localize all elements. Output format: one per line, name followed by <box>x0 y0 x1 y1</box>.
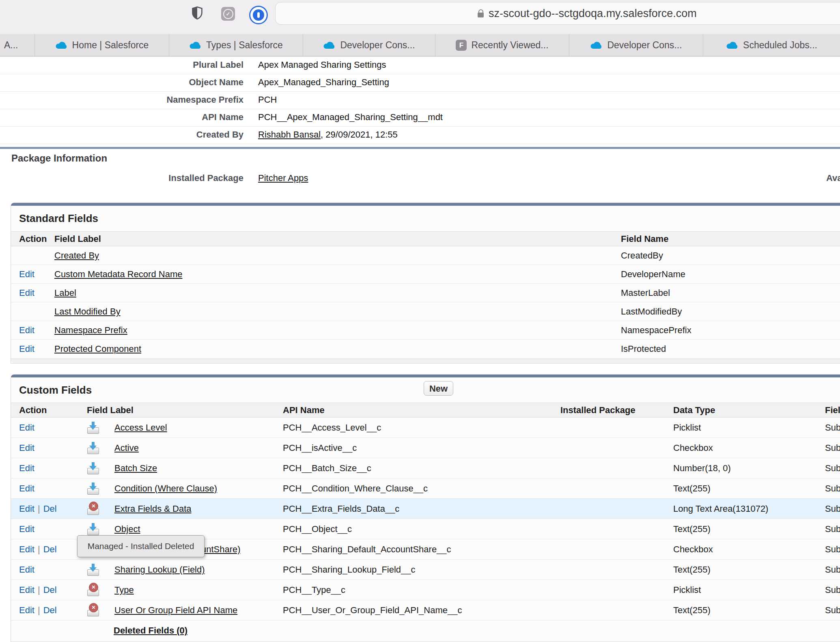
field-label-link[interactable]: Access Level <box>114 422 167 433</box>
edit-link[interactable]: Edit <box>19 483 34 493</box>
table-row: Edit Protected Component IsProtected <box>11 340 840 358</box>
field-label-cell: ✕Batch Size <box>81 458 279 478</box>
managed-installed-icon[interactable]: ✕ <box>87 564 100 576</box>
field-label-link[interactable]: Protected Component <box>54 344 141 354</box>
truncated-cell: Sub <box>821 418 840 438</box>
tab-label: A... <box>4 40 18 51</box>
address-bar[interactable]: sz-scout-gdo--sctgdoqa.my.salesforce.com <box>275 2 840 25</box>
api-name-cell: PCH__Object__c <box>279 519 555 539</box>
table-row: Edit Label MasterLabel <box>11 284 840 302</box>
browser-tab-home[interactable]: F Home | Salesforce <box>34 34 169 56</box>
data-type-cell: Long Text Area(131072) <box>668 499 821 519</box>
browser-tab-strip: A... F Home | Salesforce F Types | Sales… <box>0 34 840 56</box>
field-label-link[interactable]: Label <box>54 288 76 298</box>
table-row-user-or-group: Edit|Del ✕User Or Group Field API Name P… <box>11 600 840 620</box>
managed-installed-icon[interactable]: ✕ <box>87 483 100 495</box>
browser-tab-scheduled-jobs[interactable]: F Scheduled Jobs... <box>703 34 840 56</box>
edit-link[interactable]: Edit <box>19 269 34 279</box>
field-label-link[interactable]: Created By <box>54 250 99 261</box>
action-cell: Edit <box>11 438 81 458</box>
new-field-button[interactable]: New <box>424 381 453 396</box>
field-label-link[interactable]: Object <box>114 524 140 534</box>
field-label-link[interactable]: Sharing Lookup (Field) <box>114 564 205 575</box>
edit-link[interactable]: Edit <box>19 443 34 453</box>
managed-installed-icon[interactable]: ✕ <box>87 523 100 535</box>
detail-value: Rishabh Bansal, 29/09/2021, 12:55 <box>258 127 398 144</box>
managed-installed-icon[interactable]: ✕ <box>87 462 100 474</box>
del-link[interactable]: Del <box>43 585 57 595</box>
action-cell <box>11 246 50 265</box>
column-header-action: Action <box>11 403 81 418</box>
tab-label: Recently Viewed... <box>471 40 548 51</box>
data-type-cell: Picklist <box>668 418 821 438</box>
table-row-batch-size: Edit ✕Batch Size PCH__Batch_Size__c Numb… <box>11 458 840 478</box>
action-cell: Edit <box>11 340 50 358</box>
custom-fields-table: Action Field Label API Name Installed Pa… <box>11 403 840 641</box>
salesforce-cloud-icon <box>323 41 336 50</box>
action-cell: Edit <box>11 321 50 340</box>
browser-tab-recently-viewed[interactable]: F Recently Viewed... <box>435 34 569 56</box>
browser-tab-types[interactable]: F Types | Salesforce <box>169 34 303 56</box>
standard-fields-title: Standard Fields <box>11 206 840 225</box>
edit-link[interactable]: Edit <box>19 544 34 554</box>
edit-link[interactable]: Edit <box>19 585 34 595</box>
edit-link[interactable]: Edit <box>19 288 34 298</box>
deleted-fields-link[interactable]: Deleted Fields (0) <box>114 625 187 636</box>
installed-package-cell <box>555 600 668 620</box>
managed-installed-deleted-icon[interactable]: ✕ <box>87 604 100 616</box>
shield-icon[interactable] <box>192 6 203 19</box>
verified-badge-icon[interactable]: ✓ <box>221 7 235 21</box>
section-divider <box>0 147 840 149</box>
edit-link[interactable]: Edit <box>19 605 34 615</box>
managed-installed-deleted-icon[interactable]: ✕ <box>87 503 100 515</box>
field-label-cell: Label <box>50 284 616 302</box>
data-type-cell: Checkbox <box>668 438 821 458</box>
field-label-link[interactable]: Custom Metadata Record Name <box>54 269 182 279</box>
edit-link[interactable]: Edit <box>19 325 34 335</box>
edit-link[interactable]: Edit <box>19 504 34 514</box>
del-link[interactable]: Del <box>43 605 57 615</box>
field-name-cell: CreatedBy <box>616 246 840 265</box>
edit-link[interactable]: Edit <box>19 463 34 473</box>
action-separator: | <box>38 504 40 514</box>
data-type-cell: Text(255) <box>668 478 821 499</box>
package-information-title: Package Information <box>11 153 107 164</box>
browser-tab-partial[interactable]: A... <box>0 34 34 56</box>
field-label-link[interactable]: User Or Group Field API Name <box>114 605 237 616</box>
edit-link[interactable]: Edit <box>19 524 34 534</box>
icon-tooltip: Managed - Installed Deleted <box>77 535 205 557</box>
api-name-cell: PCH__Access_Level__c <box>279 418 555 438</box>
browser-tab-developer-console-1[interactable]: F Developer Cons... <box>303 34 435 56</box>
managed-installed-deleted-icon[interactable]: ✕ <box>87 584 100 596</box>
truncated-cell: Sub <box>821 580 840 600</box>
field-label-link[interactable]: Namespace Prefix <box>54 325 127 335</box>
action-separator: | <box>38 605 40 615</box>
onepassword-icon[interactable] <box>249 6 268 24</box>
field-label-link[interactable]: Active <box>114 443 139 453</box>
del-link[interactable]: Del <box>43 504 57 514</box>
field-label-link[interactable]: Condition (Where Clause) <box>114 483 217 494</box>
data-type-cell: Checkbox <box>668 539 821 560</box>
edit-link[interactable]: Edit <box>19 564 34 575</box>
api-name-cell: PCH__Extra_Fields_Data__c <box>279 499 555 519</box>
del-link[interactable]: Del <box>43 544 57 554</box>
detail-label: Created By <box>0 127 243 144</box>
edit-link[interactable]: Edit <box>19 422 34 433</box>
created-by-user-link[interactable]: Rishabh Bansal <box>258 129 321 140</box>
installed-package-cell <box>555 519 668 539</box>
field-label-link[interactable]: Batch Size <box>114 463 157 474</box>
action-cell: Edit <box>11 519 81 539</box>
field-label-link[interactable]: Last Modified By <box>54 306 121 317</box>
installed-package-link[interactable]: Pitcher Apps <box>258 173 308 183</box>
edit-link[interactable]: Edit <box>19 344 34 354</box>
browser-tab-developer-console-2[interactable]: F Developer Cons... <box>569 34 703 56</box>
managed-installed-icon[interactable]: ✕ <box>87 442 100 454</box>
checkmark-icon: ✓ <box>223 9 233 19</box>
managed-installed-icon[interactable]: ✕ <box>87 422 100 434</box>
installed-package-cell <box>555 539 668 560</box>
field-label-link[interactable]: Extra Fields & Data <box>114 504 192 514</box>
installed-package-cell <box>555 560 668 580</box>
action-cell: Edit <box>11 265 50 284</box>
field-label-cell: Created By <box>50 246 616 265</box>
field-label-link[interactable]: Type <box>114 585 134 595</box>
